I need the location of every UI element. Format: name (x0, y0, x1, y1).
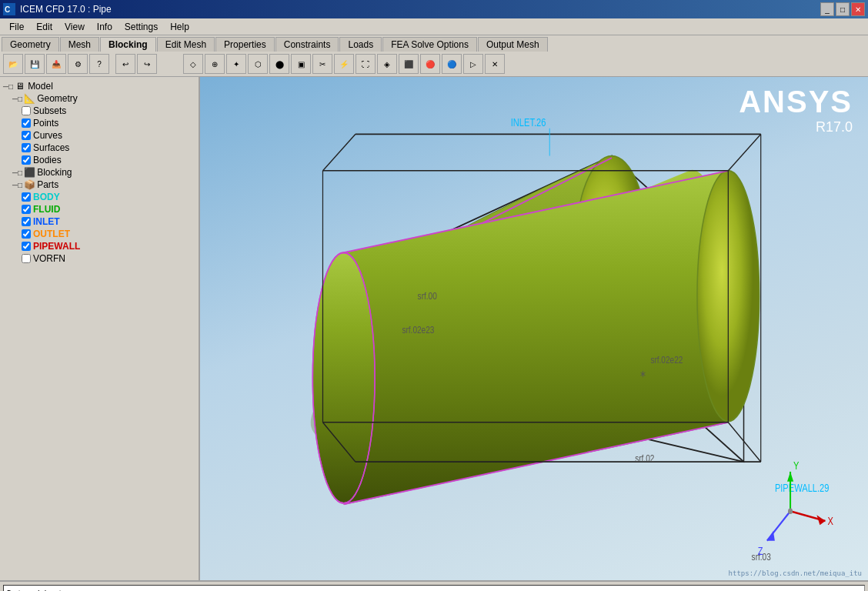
checkbox-fluid[interactable] (22, 205, 31, 214)
tree-parts[interactable]: ─□ 📦 Parts (0, 179, 199, 191)
tab-outputmesh[interactable]: Output Mesh (478, 37, 548, 52)
tb-g3[interactable]: ✦ (226, 54, 246, 74)
tb-redo[interactable]: ↪ (137, 54, 157, 74)
tb-help[interactable]: ? (89, 54, 109, 74)
tab-editmesh[interactable]: Edit Mesh (157, 37, 215, 52)
tree-pipewall-label: PIPEWALL (33, 241, 80, 252)
app-icon: C (3, 3, 15, 15)
svg-text:srf.02e23: srf.02e23 (402, 325, 434, 335)
tb-g8[interactable]: ⚡ (334, 54, 354, 74)
tree-blocking-label: Blocking (37, 167, 72, 178)
menu-file[interactable]: File (3, 20, 30, 34)
menu-edit[interactable]: Edit (30, 20, 58, 34)
tb-import[interactable]: 📥 (46, 54, 66, 74)
z-axis-label: Z (758, 545, 763, 557)
tree-points[interactable]: Points (0, 117, 199, 129)
minimize-button[interactable]: _ (820, 2, 834, 16)
tree-vorfn[interactable]: VORFN (0, 252, 199, 265)
svg-text:srf.00: srf.00 (418, 290, 437, 300)
expand-icon-parts: ─□ (12, 181, 22, 189)
tab-blocking[interactable]: Blocking (100, 37, 156, 52)
tree-body[interactable]: BODY (0, 191, 199, 203)
checkbox-pipewall[interactable] (22, 242, 31, 251)
tb-save[interactable]: 💾 (25, 54, 45, 74)
svg-marker-35 (787, 472, 793, 482)
tab-properties[interactable]: Properties (215, 37, 275, 52)
viewport[interactable]: ANSYS R17.0 (200, 77, 868, 580)
tab-loads[interactable]: Loads (339, 37, 382, 52)
tb-settings[interactable]: ⚙ (68, 54, 88, 74)
tb-g5[interactable]: ⬤ (269, 54, 289, 74)
tree-points-label: Points (33, 118, 58, 129)
checkbox-surfaces[interactable] (22, 143, 31, 152)
tree-subsets[interactable]: Subsets (0, 105, 199, 117)
menu-view[interactable]: View (58, 20, 91, 34)
tree-geometry[interactable]: ─□ 📐 Geometry (0, 92, 199, 105)
tb-open[interactable]: 📂 (3, 54, 23, 74)
x-axis-label: X (828, 516, 834, 528)
checkbox-body[interactable] (22, 192, 31, 202)
tb-g1[interactable]: ◇ (183, 54, 203, 74)
menu-info[interactable]: Info (91, 20, 119, 34)
checkbox-bodies[interactable] (22, 155, 31, 165)
tree-bodies[interactable]: Bodies (0, 154, 199, 166)
tb-g11[interactable]: ⬛ (399, 54, 419, 74)
svg-text:PIPEWALL.29: PIPEWALL.29 (775, 482, 830, 494)
toolbar-area: Geometry Mesh Blocking Edit Mesh Propert… (0, 35, 868, 77)
tb-g13[interactable]: 🔵 (442, 54, 462, 74)
tree-pipewall[interactable]: PIPEWALL (0, 240, 199, 252)
tree-inlet[interactable]: INLET (0, 215, 199, 228)
maximize-button[interactable]: □ (836, 2, 850, 16)
tb-undo[interactable]: ↩ (115, 54, 135, 74)
tree-fluid[interactable]: FLUID (0, 203, 199, 215)
tb-g2[interactable]: ⊕ (205, 54, 225, 74)
tree-geometry-label: Geometry (37, 93, 78, 104)
tree-parts-label: Parts (37, 179, 58, 190)
toolbar-row1: 📂 💾 📥 ⚙ ? ↩ ↪ ◇ ⊕ ✦ ⬡ ⬤ ▣ ✂ ⚡ ⛶ ◈ ⬛ 🔴 🔵 … (2, 53, 866, 75)
model-icon: 🖥 (15, 81, 25, 92)
menu-help[interactable]: Help (164, 20, 195, 34)
svg-point-40 (788, 508, 793, 514)
watermark: https://blog.csdn.net/meiqua_itu (729, 569, 862, 577)
pipe-visualization: * INLET.26 PIPEWALL.29 srf.00 srf.02e23 … (200, 77, 868, 580)
tab-geometry[interactable]: Geometry (2, 37, 59, 52)
tb-g12[interactable]: 🔴 (420, 54, 440, 74)
checkbox-vorfn[interactable] (22, 254, 31, 263)
tb-g9[interactable]: ⛶ (356, 54, 376, 74)
checkbox-subsets[interactable] (22, 106, 31, 115)
checkbox-points[interactable] (22, 119, 31, 128)
checkbox-outlet[interactable] (22, 229, 31, 239)
tab-constraints[interactable]: Constraints (275, 37, 339, 52)
svg-line-18 (728, 134, 760, 170)
tree-outlet[interactable]: OUTLET (0, 228, 199, 240)
menu-bar: File Edit View Info Settings Help (0, 18, 868, 35)
tb-g15[interactable]: ✕ (485, 54, 505, 74)
parts-icon: 📦 (24, 179, 35, 190)
svg-line-21 (728, 422, 760, 462)
tree-body-label: BODY (33, 192, 60, 202)
tb-g7[interactable]: ✂ (312, 54, 332, 74)
tree-blocking[interactable]: ─□ ⬛ Blocking (0, 166, 199, 179)
svg-line-17 (322, 134, 355, 170)
checkbox-inlet[interactable] (22, 217, 31, 226)
tree-vorfn-label: VORFN (33, 253, 65, 264)
svg-text:*: * (639, 368, 646, 384)
tb-g6[interactable]: ▣ (291, 54, 311, 74)
tb-g14[interactable]: ▷ (463, 54, 483, 74)
tree-subsets-label: Subsets (33, 105, 66, 116)
checkbox-curves[interactable] (22, 131, 31, 140)
tab-feasolve[interactable]: FEA Solve Options (382, 37, 477, 52)
tree-curves[interactable]: Curves (0, 129, 199, 142)
svg-text:srf.02: srf.02 (635, 453, 654, 463)
tab-mesh[interactable]: Mesh (60, 37, 99, 52)
expand-icon-geom: ─□ (12, 95, 22, 103)
close-button[interactable]: ✕ (851, 2, 865, 16)
tb-g4[interactable]: ⬡ (248, 54, 268, 74)
tb-g10[interactable]: ◈ (377, 54, 397, 74)
expand-icon: ─□ (3, 82, 13, 91)
tree-model[interactable]: ─□ 🖥 Model (0, 80, 199, 92)
tree-surfaces[interactable]: Surfaces (0, 142, 199, 154)
menu-settings[interactable]: Settings (119, 20, 164, 34)
tab-bar: Geometry Mesh Blocking Edit Mesh Propert… (2, 37, 866, 52)
tree-inlet-label: INLET (33, 216, 60, 227)
